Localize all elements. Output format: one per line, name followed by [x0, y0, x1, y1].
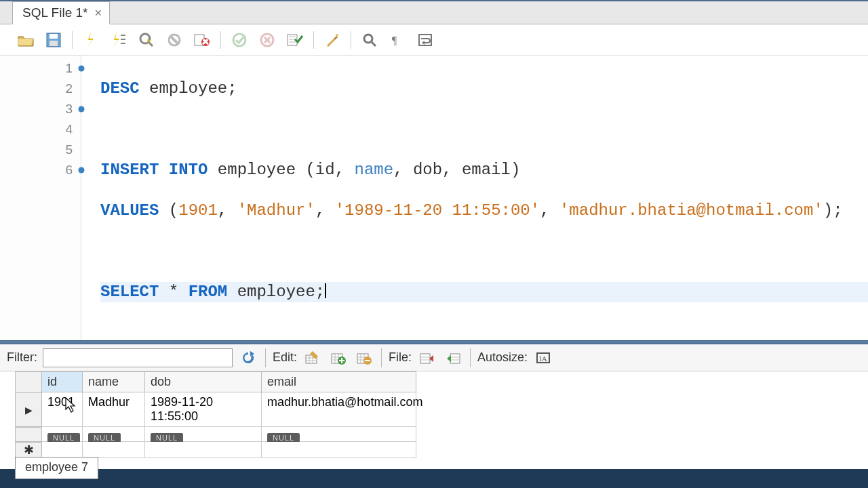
line-number: 3 [0, 99, 81, 119]
current-row-icon: ▶ [15, 392, 42, 427]
invisible-chars-icon[interactable]: ¶ [387, 30, 408, 50]
rollback-icon[interactable] [256, 30, 278, 50]
line-number: 4 [0, 119, 81, 140]
close-icon[interactable]: ✕ [94, 8, 102, 18]
table-row-insert[interactable]: ✱ [15, 442, 868, 458]
separator [265, 348, 266, 367]
file-label: File: [389, 350, 412, 365]
results-toolbar: Filter: Edit: File: Autosize: IA [0, 344, 868, 371]
table-row-new[interactable]: NULL NULL NULL NULL [15, 427, 868, 442]
tab-bar: SQL File 1* ✕ [0, 1, 868, 24]
cell-empty[interactable] [262, 442, 416, 458]
separator [470, 348, 471, 367]
svg-rect-2 [50, 41, 58, 46]
column-header-id[interactable]: id [42, 371, 83, 392]
line-number: 2 [0, 79, 81, 99]
find-icon[interactable] [359, 30, 380, 50]
insert-row-icon: ✱ [15, 442, 42, 458]
svg-rect-3 [121, 35, 125, 36]
svg-rect-30 [450, 354, 460, 363]
stop-icon[interactable] [163, 30, 185, 50]
line-number: 6 [0, 160, 81, 180]
commit-icon[interactable] [229, 30, 250, 50]
beautify-icon[interactable] [321, 30, 343, 50]
line-gutter: 1 2 3 4 5 6 [0, 56, 81, 340]
refresh-icon[interactable] [238, 348, 258, 367]
execute-current-icon[interactable] [108, 30, 130, 50]
delete-row-icon[interactable] [354, 348, 374, 367]
filter-input[interactable] [43, 348, 233, 367]
sql-editor[interactable]: 1 2 3 4 5 6 DESC employee; INSERT INTO e… [0, 56, 868, 340]
edit-label: Edit: [273, 350, 297, 365]
cell-id[interactable]: 1901 [42, 392, 83, 427]
filter-label: Filter: [7, 350, 37, 365]
svg-line-7 [149, 42, 153, 46]
toolbar-separator [313, 31, 314, 49]
toolbar-separator [72, 31, 73, 49]
bottom-status-bar: employee 7 [0, 469, 868, 488]
new-row-icon [15, 427, 42, 442]
code-area[interactable]: DESC employee; INSERT INTO employee (id,… [81, 56, 868, 340]
cell-empty[interactable] [42, 442, 83, 458]
line-number: 1 [0, 58, 81, 79]
execute-icon[interactable] [80, 30, 102, 50]
row-marker-header [15, 371, 42, 392]
save-icon[interactable] [43, 30, 64, 50]
svg-rect-1 [50, 34, 58, 39]
svg-text:IA: IA [539, 354, 547, 363]
svg-point-19 [336, 34, 338, 37]
cell-dob[interactable]: 1989-11-20 11:55:00 [145, 392, 262, 427]
line-number: 5 [0, 140, 81, 160]
cell-null[interactable]: NULL [145, 427, 262, 442]
edit-row-icon[interactable] [302, 348, 323, 367]
cell-empty[interactable] [83, 442, 145, 458]
toolbar-separator [351, 31, 351, 49]
import-icon[interactable] [443, 348, 463, 367]
add-row-icon[interactable] [328, 348, 349, 367]
explain-icon[interactable] [136, 30, 157, 50]
autocommit-icon[interactable] [284, 30, 306, 50]
svg-point-14 [233, 34, 245, 46]
grid-header-row: id name dob email [15, 371, 868, 392]
autosize-label: Autosize: [477, 350, 528, 365]
separator [381, 348, 382, 367]
svg-rect-29 [420, 354, 430, 363]
result-tab[interactable]: employee 7 [15, 457, 98, 479]
column-header-email[interactable]: email [262, 371, 416, 392]
wrap-icon[interactable] [414, 30, 436, 50]
cell-null[interactable]: NULL [83, 427, 145, 442]
cell-empty[interactable] [145, 442, 262, 458]
table-row[interactable]: ▶ 1901 Madhur 1989-11-20 11:55:00 madhur… [15, 392, 868, 427]
stop-script-icon[interactable] [191, 30, 213, 50]
svg-text:¶: ¶ [392, 35, 397, 46]
text-cursor [325, 283, 326, 298]
cell-null[interactable]: NULL [262, 427, 416, 442]
editor-toolbar: ¶ [0, 24, 868, 56]
tab-title: SQL File 1* [22, 5, 87, 20]
result-grid[interactable]: id name dob email ▶ 1901 Madhur 1989-11-… [0, 371, 868, 458]
autosize-icon[interactable]: IA [533, 348, 553, 367]
export-icon[interactable] [417, 348, 437, 367]
column-header-name[interactable]: name [83, 371, 145, 392]
svg-line-21 [372, 42, 376, 46]
cell-name[interactable]: Madhur [83, 392, 145, 427]
cell-email[interactable]: madhur.bhatia@hotmail.com [262, 392, 416, 427]
file-tab[interactable]: SQL File 1* ✕ [12, 1, 110, 24]
open-file-icon[interactable] [15, 30, 37, 50]
cell-null[interactable]: NULL [42, 427, 83, 442]
toolbar-separator [220, 31, 221, 49]
column-header-dob[interactable]: dob [145, 371, 262, 392]
svg-point-20 [364, 35, 372, 43]
svg-rect-5 [121, 43, 125, 44]
svg-rect-4 [121, 39, 125, 40]
svg-rect-9 [170, 35, 179, 44]
